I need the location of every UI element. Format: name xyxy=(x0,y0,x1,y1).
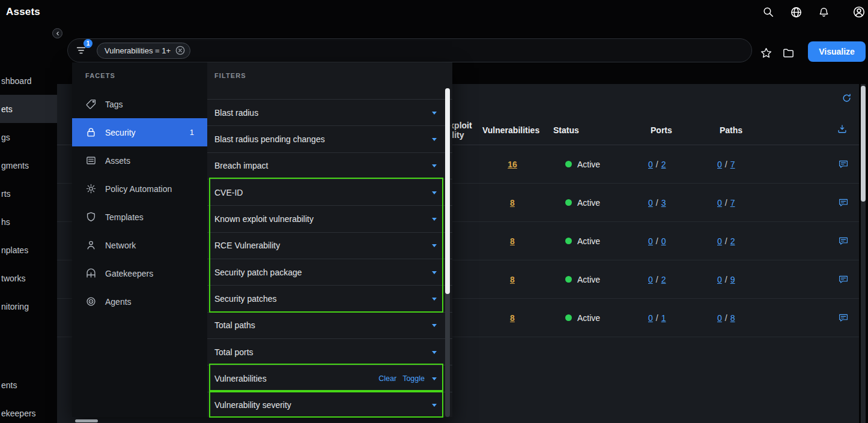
filters-scrollbar[interactable] xyxy=(445,88,450,417)
vulnerabilities-link[interactable]: 8 xyxy=(482,260,542,298)
sidebar-item-alerts[interactable]: rts xyxy=(0,179,57,208)
ports-total-link[interactable]: 1 xyxy=(661,313,666,323)
chevron-down-icon[interactable] xyxy=(432,164,437,167)
comment-icon[interactable] xyxy=(838,197,849,208)
filter-rce-vulnerability[interactable]: RCE Vulnerability xyxy=(207,232,452,259)
facet-agents[interactable]: Agents xyxy=(72,287,207,316)
vulnerabilities-link[interactable]: 16 xyxy=(482,145,542,183)
paths-open-link[interactable]: 0 xyxy=(717,313,722,323)
vulnerabilities-link[interactable]: 8 xyxy=(482,222,542,260)
toggle-filter-link[interactable]: Toggle xyxy=(402,374,425,383)
paths-total-link[interactable]: 7 xyxy=(730,198,735,208)
bell-icon[interactable] xyxy=(818,7,830,18)
chevron-down-icon[interactable] xyxy=(432,218,437,221)
ports-open-link[interactable]: 0 xyxy=(648,198,653,208)
paths-open-link[interactable]: 0 xyxy=(717,198,722,208)
filter-cve-id[interactable]: CVE-ID xyxy=(207,179,452,205)
filter-security-patch-package[interactable]: Security patch package xyxy=(207,259,452,285)
comment-icon[interactable] xyxy=(838,236,849,247)
ports-total-link[interactable]: 2 xyxy=(661,160,666,169)
collapse-sidebar-icon[interactable] xyxy=(52,28,62,38)
filter-security-patches[interactable]: Security patches xyxy=(207,285,452,311)
chevron-down-icon[interactable] xyxy=(432,112,437,115)
comment-icon[interactable] xyxy=(838,159,849,170)
star-icon[interactable] xyxy=(760,47,772,59)
facet-assets[interactable]: Assets xyxy=(72,146,207,175)
ports-total-link[interactable]: 3 xyxy=(661,198,666,208)
col-status[interactable]: Status xyxy=(553,125,579,135)
filter-chip[interactable]: Vulnerabilities = 1+ xyxy=(97,43,190,59)
col-ports[interactable]: Ports xyxy=(651,125,672,135)
chevron-down-icon[interactable] xyxy=(432,298,437,301)
facet-tags[interactable]: Tags xyxy=(72,90,207,118)
visualize-button[interactable]: Visualize xyxy=(808,41,866,62)
vulnerabilities-link[interactable]: 8 xyxy=(482,299,542,337)
chevron-down-icon[interactable] xyxy=(432,324,437,327)
clear-filter-link[interactable]: Clear xyxy=(378,374,396,383)
filter-total-ports[interactable]: Total ports xyxy=(207,338,452,365)
horizontal-scrollbar-thumb[interactable] xyxy=(75,419,98,422)
sidebar-item-monitoring[interactable]: nitoring xyxy=(0,292,57,320)
ports-total-link[interactable]: 2 xyxy=(661,275,666,284)
filter-known-exploit-vulnerability[interactable]: Known exploit vulnerability xyxy=(207,205,452,232)
paths-open-link[interactable]: 0 xyxy=(717,160,722,169)
sidebar-item-segments[interactable]: gments xyxy=(0,151,57,179)
sidebar-item-networks[interactable]: tworks xyxy=(0,264,57,292)
facet-policy-automation[interactable]: Policy Automation xyxy=(72,175,207,203)
paths-open-link[interactable]: 0 xyxy=(717,275,722,284)
col-paths[interactable]: Paths xyxy=(720,125,742,135)
chevron-down-icon[interactable] xyxy=(432,377,437,380)
chevron-down-icon[interactable] xyxy=(432,191,437,194)
vulnerabilities-link[interactable]: 8 xyxy=(482,184,542,221)
chevron-down-icon[interactable] xyxy=(432,138,437,141)
ports-open-link[interactable]: 0 xyxy=(648,313,653,323)
ports-open-link[interactable]: 0 xyxy=(648,275,653,284)
paths-total-link[interactable]: 2 xyxy=(730,236,735,246)
page-scrollbar[interactable] xyxy=(861,84,866,423)
globe-icon[interactable] xyxy=(790,6,803,19)
facet-gatekeepers[interactable]: Gatekeepers xyxy=(72,259,207,287)
filter-breach-impact[interactable]: Breach impact xyxy=(207,152,452,179)
chevron-down-icon[interactable] xyxy=(432,404,437,407)
ports-total-link[interactable]: 0 xyxy=(661,236,666,246)
paths-total-link[interactable]: 8 xyxy=(730,313,735,323)
filters-scrollbar-thumb[interactable] xyxy=(445,88,450,294)
comment-icon[interactable] xyxy=(838,313,849,323)
filter-total-paths[interactable]: Total paths xyxy=(207,312,452,338)
page-scrollbar-thumb[interactable] xyxy=(861,86,866,202)
user-icon[interactable] xyxy=(852,5,866,19)
shield-icon xyxy=(85,211,97,223)
sidebar-item-graphs[interactable]: hs xyxy=(0,208,57,236)
sidebar-item-dashboard[interactable]: shboard xyxy=(0,67,57,95)
folder-icon[interactable] xyxy=(782,47,795,59)
filter-vulnerabilities[interactable]: Vulnerabilities Clear Toggle xyxy=(207,365,452,391)
paths-open-link[interactable]: 0 xyxy=(717,236,722,246)
col-vulnerabilities[interactable]: Vulnerabilities xyxy=(482,125,539,135)
ports-open-link[interactable]: 0 xyxy=(648,236,653,246)
filter-search-bar[interactable]: 1 Vulnerabilities = 1+ xyxy=(67,38,752,62)
filter-funnel-icon[interactable]: 1 xyxy=(75,44,87,56)
sidebar-item-gatekeepers[interactable]: ekeepers xyxy=(0,399,57,423)
sidebar-item-assets[interactable]: ets xyxy=(0,95,57,123)
facet-security[interactable]: Security 1 xyxy=(72,118,207,146)
sidebar-item-tags[interactable]: gs xyxy=(0,123,57,151)
chevron-down-icon[interactable] xyxy=(432,271,437,274)
search-icon[interactable] xyxy=(762,6,774,18)
chevron-down-icon[interactable] xyxy=(432,244,437,247)
filter-blast-radius-pending-changes[interactable]: Blast radius pending changes xyxy=(207,125,452,152)
facet-network[interactable]: Network xyxy=(72,231,207,259)
comment-icon[interactable] xyxy=(838,274,849,285)
download-icon[interactable] xyxy=(837,124,848,134)
chip-close-icon[interactable] xyxy=(175,46,185,55)
paths-total-link[interactable]: 7 xyxy=(730,160,735,169)
sidebar-item-agents[interactable]: ents xyxy=(0,371,57,399)
chevron-down-icon[interactable] xyxy=(432,351,437,354)
filter-vulnerability-severity[interactable]: Vulnerability severity xyxy=(207,392,452,417)
gear-icon xyxy=(85,183,97,194)
ports-open-link[interactable]: 0 xyxy=(648,160,653,169)
facet-templates[interactable]: Templates xyxy=(72,203,207,231)
filter-blast-radius[interactable]: Blast radius xyxy=(207,99,452,125)
paths-total-link[interactable]: 9 xyxy=(730,275,735,284)
sidebar-item-templates[interactable]: nplates xyxy=(0,236,57,264)
status-label: Active xyxy=(577,313,600,323)
